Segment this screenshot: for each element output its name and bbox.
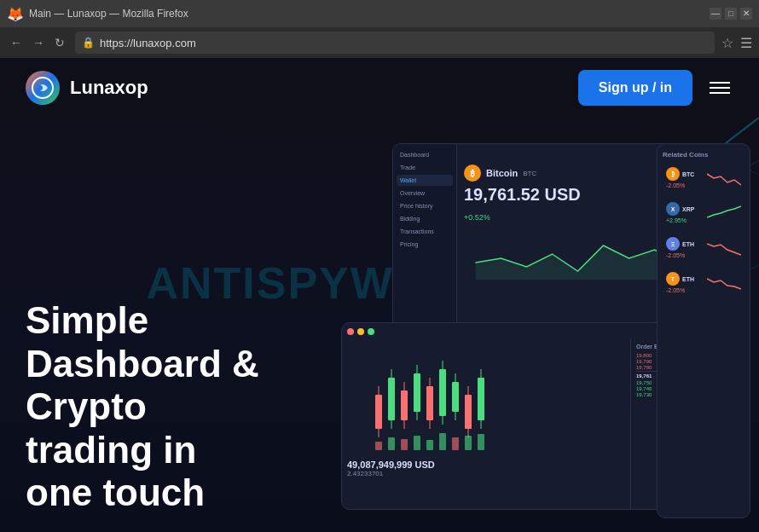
btc-coin-label: BTC (682, 171, 694, 177)
title-bar: 🦊 Main — Lunaxop — Mozilla Firefox — □ ✕ (0, 0, 759, 27)
svg-point-1 (38, 85, 43, 90)
coin-row-xrp: X XRP +2.95% (663, 199, 745, 227)
nav-right: Sign up / in (578, 70, 733, 106)
candlestick-area: 49,087,949,999 USD 2.43233701 (342, 338, 630, 510)
trade-alt-price: 2.43233701 (347, 470, 625, 477)
coin4-icon: T (666, 272, 680, 286)
btc-coin-icon: ₿ (666, 167, 680, 181)
website-content: Lunaxop Sign up / in ANTISPYWARE.COM Sim… (0, 58, 759, 532)
headline-line3: Crypto (26, 385, 147, 427)
sidebar-item-overview: Overview (397, 188, 453, 199)
xrp-sparkline (707, 205, 741, 222)
btc-change: +0.52% (464, 213, 490, 222)
hamburger-menu-button[interactable] (706, 78, 733, 97)
site-nav: Lunaxop Sign up / in (0, 58, 759, 118)
coin-row-eth: Ξ ETH -2.05% (663, 234, 745, 262)
sidebar-item-pricing: Pricing (397, 239, 453, 250)
logo-text: Lunaxop (70, 77, 148, 99)
svg-rect-27 (439, 433, 446, 450)
title-bar-left: 🦊 Main — Lunaxop — Mozilla Firefox (7, 6, 188, 22)
signup-button[interactable]: Sign up / in (578, 70, 692, 106)
eth-coin-label: ETH (682, 241, 694, 247)
trade-dot-yellow (357, 328, 364, 335)
coin-row-eth2: T ETH -2.05% (663, 269, 745, 297)
headline-line5: one touch (26, 471, 205, 513)
hero-section: ANTISPYWARE.COM Simple Dashboard & Crypt… (0, 118, 759, 532)
coin4-sparkline (707, 275, 741, 292)
svg-rect-26 (426, 440, 433, 450)
trade-window-dots (347, 328, 374, 335)
trade-dot-green (368, 328, 374, 335)
close-button[interactable]: ✕ (740, 8, 752, 20)
headline-line1: Simple (26, 299, 148, 341)
svg-rect-28 (452, 437, 459, 450)
btc-name: Bitcoin (486, 168, 518, 178)
svg-rect-30 (478, 434, 484, 450)
eth-coin-icon: Ξ (666, 237, 680, 251)
coin4-change: -2.05% (666, 287, 685, 293)
reload-button[interactable]: ↻ (51, 34, 68, 51)
coin4-label: ETH (682, 276, 694, 282)
sidebar-item-trade: Trade (397, 162, 453, 173)
address-bar[interactable]: 🔒 https://lunaxop.com (75, 32, 715, 54)
hamburger-line-1 (710, 82, 730, 84)
headline-line2: Dashboard & (26, 343, 259, 385)
sidebar-item-dashboard: Dashboard (397, 149, 453, 160)
xrp-coin-icon: X (666, 202, 680, 216)
bookmark-button[interactable]: ☆ (721, 35, 733, 51)
svg-rect-25 (414, 436, 420, 450)
coin-row-btc: ₿ BTC -2.05% (663, 164, 745, 192)
hamburger-line-2 (710, 87, 730, 89)
related-coins-title: Related Coins (663, 151, 745, 159)
hero-text: Simple Dashboard & Crypto trading in one… (26, 299, 259, 515)
lock-icon: 🔒 (82, 37, 95, 49)
hero-headline: Simple Dashboard & Crypto trading in one… (26, 299, 259, 515)
candlestick-chart (347, 344, 625, 454)
headline-line4: trading in (26, 429, 196, 471)
svg-rect-23 (388, 437, 395, 450)
bitcoin-icon: ₿ (464, 165, 481, 182)
eth-coin-change: -2.05% (666, 252, 685, 258)
firefox-icon: 🦊 (7, 6, 24, 22)
browser-toolbar: ← → ↻ 🔒 https://lunaxop.com ☆ ☰ (0, 27, 759, 58)
dashboard-sidebar: Dashboard Trade Wallet Overview Price hi… (393, 144, 457, 338)
window-controls: — □ ✕ (710, 8, 752, 20)
sidebar-item-price-history: Price history (397, 200, 453, 211)
page-title: Main — Lunaxop — Mozilla Firefox (29, 8, 188, 20)
logo-area: Lunaxop (26, 71, 148, 105)
related-coins-panel: Related Coins ₿ BTC -2.05% (657, 143, 750, 518)
trade-dot-red (347, 328, 354, 335)
svg-rect-29 (465, 436, 472, 450)
forward-button[interactable]: → (29, 34, 48, 51)
svg-rect-22 (375, 442, 382, 450)
toolbar-right: ☆ ☰ (721, 35, 752, 51)
trade-price-label: 49,087,949,999 USD (347, 460, 625, 470)
browser-menu-button[interactable]: ☰ (740, 35, 752, 51)
eth-sparkline (707, 240, 741, 257)
back-button[interactable]: ← (7, 34, 26, 51)
svg-rect-24 (401, 439, 408, 450)
btc-ticker: BTC (523, 170, 536, 177)
dashboard-preview: Dashboard Trade Wallet Overview Price hi… (341, 143, 742, 518)
hamburger-line-3 (710, 92, 730, 94)
sidebar-item-wallet: Wallet (397, 175, 453, 186)
nav-controls: ← → ↻ (7, 34, 68, 51)
sidebar-item-bidding: Bidding (397, 213, 453, 224)
btc-coin-change: -2.05% (666, 182, 685, 188)
browser-chrome: 🦊 Main — Lunaxop — Mozilla Firefox — □ ✕… (0, 0, 759, 58)
logo-icon (26, 71, 60, 105)
minimize-button[interactable]: — (710, 8, 721, 20)
url-text: https://lunaxop.com (100, 37, 196, 49)
xrp-coin-label: XRP (682, 206, 694, 212)
logo-svg (31, 76, 55, 100)
btc-sparkline (707, 170, 741, 187)
xrp-coin-change: +2.95% (666, 217, 687, 223)
sidebar-item-transactions: Transactions (397, 226, 453, 237)
maximize-button[interactable]: □ (725, 8, 737, 20)
